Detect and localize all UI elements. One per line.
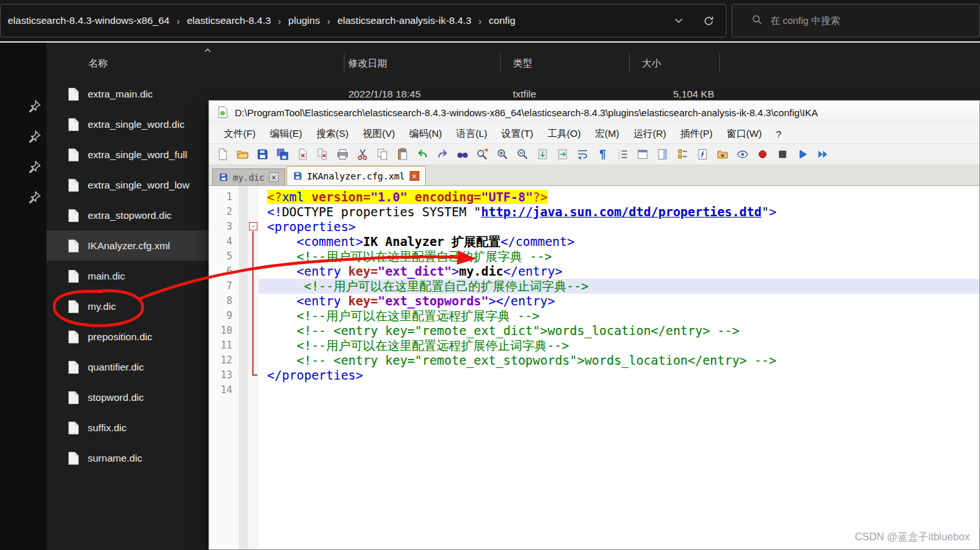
paste-icon[interactable] [395, 147, 410, 161]
line-number[interactable]: 5 [209, 249, 232, 264]
line-number[interactable]: 1 [209, 190, 232, 205]
code-line[interactable]: <?xml version="1.0" encoding="UTF-8"?> [259, 190, 979, 205]
code-line[interactable] [259, 383, 979, 398]
code-line[interactable]: <properties> [259, 219, 979, 234]
line-number[interactable]: 3 [209, 219, 232, 234]
line-number[interactable]: 4 [209, 234, 232, 249]
indent-guide-icon[interactable] [615, 147, 630, 161]
column-divider[interactable] [629, 54, 630, 73]
menu-item[interactable]: 插件(P) [673, 125, 719, 143]
new-file-icon[interactable] [215, 147, 230, 161]
breadcrumb-item[interactable]: plugins [283, 11, 326, 30]
menu-item[interactable]: 窗口(W) [719, 125, 768, 143]
editor-tab[interactable]: my.dic [212, 168, 285, 185]
breadcrumb-item[interactable]: elasticsearch-8.4.3 [181, 11, 277, 30]
line-number[interactable]: 13 [209, 368, 232, 383]
code-line[interactable]: <entry key="ext_dict">my.dic</entry> [259, 264, 979, 279]
playback-macro-icon[interactable] [795, 147, 810, 161]
show-all-chars-icon[interactable]: ¶ [595, 147, 610, 161]
tab-close-icon[interactable] [269, 172, 279, 182]
code-line[interactable]: <!-- <entry key="remote_ext_stopwords">w… [259, 353, 979, 368]
menu-item[interactable]: ? [769, 126, 788, 142]
search-box[interactable]: 在 config 中搜索 [732, 4, 980, 37]
line-number[interactable]: 14 [209, 383, 232, 398]
sync-scroll-h-icon[interactable] [555, 147, 570, 161]
line-number[interactable]: 11 [209, 338, 232, 353]
column-divider[interactable] [500, 54, 501, 73]
run-macro-multiple-icon[interactable] [815, 147, 830, 161]
code-area[interactable]: <?xml version="1.0" encoding="UTF-8"?><!… [259, 186, 979, 549]
line-number[interactable]: 10 [209, 323, 232, 338]
zoom-out-icon[interactable] [515, 147, 530, 161]
pin-icon[interactable] [27, 99, 41, 114]
menu-item[interactable]: 视图(V) [355, 125, 402, 143]
line-number[interactable]: 2 [209, 205, 232, 219]
undo-icon[interactable] [415, 147, 430, 161]
word-wrap-icon[interactable] [575, 147, 590, 161]
code-line[interactable]: <!DOCTYPE properties SYSTEM "http://java… [259, 205, 979, 219]
sync-scroll-v-icon[interactable] [535, 147, 550, 161]
code-line[interactable]: <!--用户可以在这里配置自己的扩展停止词字典--> [259, 279, 979, 294]
code-line[interactable]: <!--用户可以在这里配置远程扩展停止词字典--> [259, 338, 979, 353]
pin-icon[interactable] [27, 190, 41, 205]
cut-icon[interactable] [355, 147, 370, 161]
replace-icon[interactable] [475, 147, 490, 161]
function-list-icon[interactable] [695, 147, 710, 161]
save-icon[interactable] [255, 147, 270, 161]
pin-icon[interactable] [27, 160, 41, 174]
menu-item[interactable]: 工具(O) [540, 125, 588, 143]
menu-item[interactable]: 设置(T) [494, 125, 540, 143]
code-line[interactable]: <!-- <entry key="remote_ext_dict">words_… [259, 323, 979, 338]
tab-close-icon[interactable] [410, 171, 419, 181]
breadcrumb-item[interactable]: config [483, 11, 521, 30]
close-all-icon[interactable] [315, 147, 330, 161]
folder-workspace-icon[interactable] [715, 147, 730, 161]
code-line[interactable]: <comment>IK Analyzer 扩展配置</comment> [259, 234, 979, 249]
line-number[interactable]: 7 [209, 279, 232, 294]
user-dialog-icon[interactable] [635, 147, 650, 161]
column-header-type[interactable]: 类型 [513, 57, 532, 70]
address-dropdown-icon[interactable] [674, 15, 684, 26]
editor[interactable]: 1234567891011121314 − <?xml version="1.0… [209, 186, 979, 549]
doc-map-icon[interactable] [655, 147, 670, 161]
print-icon[interactable] [335, 147, 350, 161]
line-number[interactable]: 12 [209, 353, 232, 368]
save-all-icon[interactable] [275, 147, 290, 161]
menu-item[interactable]: 语言(L) [449, 125, 494, 143]
menu-item[interactable]: 文件(F) [217, 125, 263, 143]
notepad-title-bar[interactable]: D:\ProgramTool\Elasticsearch\elasticsear… [209, 101, 979, 124]
menu-item[interactable]: 搜索(S) [309, 125, 355, 143]
line-number[interactable]: 8 [209, 294, 232, 309]
zoom-in-icon[interactable] [495, 147, 510, 161]
pin-icon[interactable] [27, 130, 41, 144]
code-line[interactable]: <entry key="ext_stopwords"></entry> [259, 294, 979, 309]
column-header-name[interactable]: 名称 [88, 57, 108, 70]
stop-macro-icon[interactable] [775, 147, 790, 161]
breadcrumb-item[interactable]: elasticsearch-analysis-ik-8.4.3 [332, 11, 477, 30]
column-divider[interactable] [719, 54, 720, 73]
code-line[interactable]: <!--用户可以在这里配置自己的扩展字典 --> [259, 249, 979, 264]
column-header-date[interactable]: 修改日期 [348, 57, 387, 70]
doc-list-icon[interactable] [675, 147, 690, 161]
breadcrumb-item[interactable]: elasticsearch-8.4.3-windows-x86_64 [2, 11, 175, 30]
fold-collapse-marker[interactable]: − [248, 219, 259, 234]
open-folder-icon[interactable] [235, 147, 250, 161]
column-header-size[interactable]: 大小 [642, 57, 661, 70]
close-icon[interactable] [295, 147, 310, 161]
monitoring-icon[interactable] [735, 147, 750, 161]
refresh-icon[interactable] [703, 15, 714, 26]
menu-item[interactable]: 编辑(E) [263, 125, 309, 143]
editor-tab[interactable]: IKAnalyzer.cfg.xml [286, 166, 426, 185]
bookmark-margin[interactable] [239, 186, 248, 549]
sort-ascending-icon[interactable] [203, 45, 213, 57]
fold-margin[interactable]: − [248, 186, 259, 549]
menu-item[interactable]: 宏(M) [588, 125, 626, 143]
menu-item[interactable]: 编码(N) [402, 125, 449, 143]
copy-icon[interactable] [375, 147, 390, 161]
redo-icon[interactable] [435, 147, 450, 161]
menu-item[interactable]: 运行(R) [626, 125, 674, 143]
record-macro-icon[interactable] [755, 147, 770, 161]
code-line[interactable]: </properties> [259, 368, 979, 383]
find-icon[interactable] [455, 147, 470, 161]
line-number[interactable]: 6 [209, 264, 232, 279]
